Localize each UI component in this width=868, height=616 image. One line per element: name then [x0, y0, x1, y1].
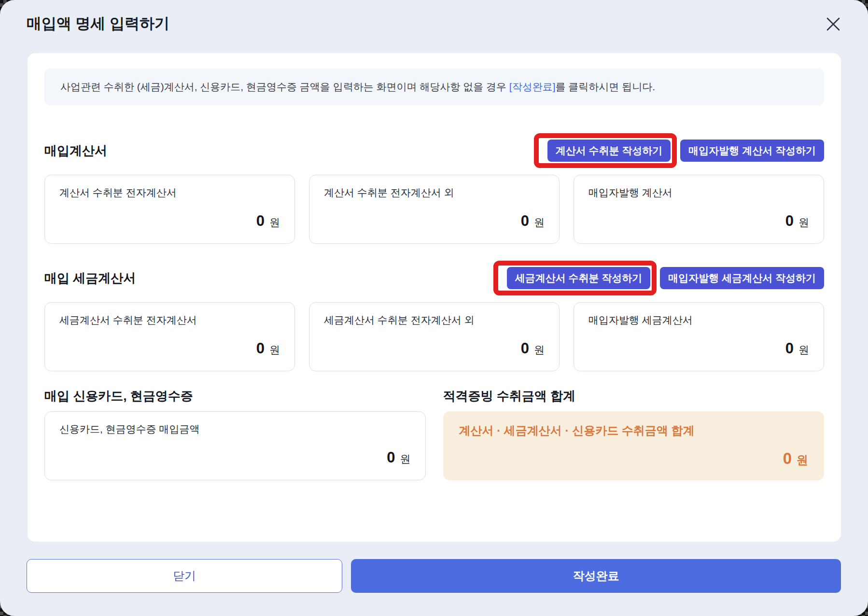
- card-label: 세금계산서 수취분 전자계산서 외: [324, 313, 545, 327]
- card-label: 세금계산서 수취분 전자계산서: [59, 313, 280, 327]
- card-cash-column: 매입 신용카드, 현금영수증 신용카드, 현금영수증 매입금액 0원: [44, 388, 426, 480]
- invoice-received-electronic-card[interactable]: 계산서 수취분 전자계산서 0원: [44, 175, 295, 244]
- section-tax-invoice-header: 매입 세금계산서 세금계산서 수취분 작성하기 매입자발행 세금계산서 작성하기: [44, 256, 824, 300]
- info-banner: 사업관련 수취한 (세금)계산서, 신용카드, 현금영수증 금액을 입력하는 화…: [44, 69, 824, 105]
- section-total-title: 적격증빙 수취금액 합계: [443, 388, 825, 405]
- close-icon[interactable]: [823, 14, 844, 35]
- purchase-details-modal: 매입액 명세 입력하기 사업관련 수취한 (세금)계산서, 신용카드, 현금영수…: [0, 0, 868, 616]
- credit-card-cash-receipt-card[interactable]: 신용카드, 현금영수증 매입금액 0원: [44, 411, 426, 480]
- annotation-red-box: 세금계산서 수취분 작성하기: [493, 261, 657, 295]
- buyer-issued-invoice-write-button[interactable]: 매입자발행 계산서 작성하기: [680, 140, 824, 162]
- annotation-red-box: 계산서 수취분 작성하기: [534, 133, 677, 168]
- bottom-section-row: 매입 신용카드, 현금영수증 신용카드, 현금영수증 매입금액 0원 적격증빙 …: [44, 388, 824, 480]
- total-card-value: 0원: [783, 449, 808, 468]
- tax-invoice-received-other-card[interactable]: 세금계산서 수취분 전자계산서 외 0원: [309, 302, 560, 371]
- buyer-issued-tax-invoice-card[interactable]: 매입자발행 세금계산서 0원: [574, 302, 824, 371]
- buyer-issued-tax-invoice-write-button[interactable]: 매입자발행 세금계산서 작성하기: [660, 267, 824, 289]
- total-card-label: 계산서 · 세금계산서 · 신용카드 수취금액 합계: [459, 423, 809, 438]
- tax-invoice-cards-row: 세금계산서 수취분 전자계산서 0원 세금계산서 수취분 전자계산서 외 0원 …: [44, 302, 824, 371]
- card-label: 계산서 수취분 전자계산서: [59, 186, 280, 199]
- card-label: 신용카드, 현금영수증 매입금액: [59, 422, 411, 436]
- tax-invoice-received-write-button[interactable]: 세금계산서 수취분 작성하기: [507, 267, 651, 289]
- card-value: 0원: [256, 340, 280, 357]
- tax-invoice-received-electronic-card[interactable]: 세금계산서 수취분 전자계산서 0원: [44, 302, 295, 371]
- section-invoice-title: 매입계산서: [44, 142, 107, 159]
- card-value: 0원: [521, 212, 545, 230]
- modal-header: 매입액 명세 입력하기: [0, 0, 868, 53]
- complete-inline-link[interactable]: [작성완료]: [509, 80, 556, 94]
- modal-title: 매입액 명세 입력하기: [27, 14, 169, 34]
- card-value: 0원: [387, 449, 410, 466]
- card-value: 0원: [256, 212, 280, 230]
- content-panel: 사업관련 수취한 (세금)계산서, 신용카드, 현금영수증 금액을 입력하는 화…: [28, 53, 841, 542]
- info-banner-text: 사업관련 수취한 (세금)계산서, 신용카드, 현금영수증 금액을 입력하는 화…: [60, 80, 509, 94]
- info-banner-text-after: 를 클릭하시면 됩니다.: [556, 80, 656, 94]
- qualified-evidence-total-card: 계산서 · 세금계산서 · 신용카드 수취금액 합계 0원: [443, 411, 825, 480]
- card-value: 0원: [785, 340, 809, 357]
- invoice-cards-row: 계산서 수취분 전자계산서 0원 계산서 수취분 전자계산서 외 0원 매입자발…: [44, 175, 824, 244]
- card-label: 매입자발행 세금계산서: [588, 313, 809, 327]
- modal-footer: 닫기 작성완료: [27, 559, 841, 593]
- buyer-issued-invoice-card[interactable]: 매입자발행 계산서 0원: [574, 175, 824, 244]
- card-label: 계산서 수취분 전자계산서 외: [324, 186, 545, 199]
- card-value: 0원: [521, 340, 545, 357]
- card-value: 0원: [785, 212, 809, 230]
- complete-button[interactable]: 작성완료: [351, 559, 841, 593]
- section-invoice-header: 매입계산서 계산서 수취분 작성하기 매입자발행 계산서 작성하기: [44, 128, 824, 173]
- section-card-cash-title: 매입 신용카드, 현금영수증: [44, 388, 426, 405]
- close-button[interactable]: 닫기: [27, 559, 342, 593]
- invoice-received-other-card[interactable]: 계산서 수취분 전자계산서 외 0원: [309, 175, 560, 244]
- total-column: 적격증빙 수취금액 합계 계산서 · 세금계산서 · 신용카드 수취금액 합계 …: [443, 388, 825, 480]
- invoice-received-write-button[interactable]: 계산서 수취분 작성하기: [547, 140, 671, 162]
- card-label: 매입자발행 계산서: [588, 186, 809, 199]
- section-tax-invoice-title: 매입 세금계산서: [44, 270, 136, 287]
